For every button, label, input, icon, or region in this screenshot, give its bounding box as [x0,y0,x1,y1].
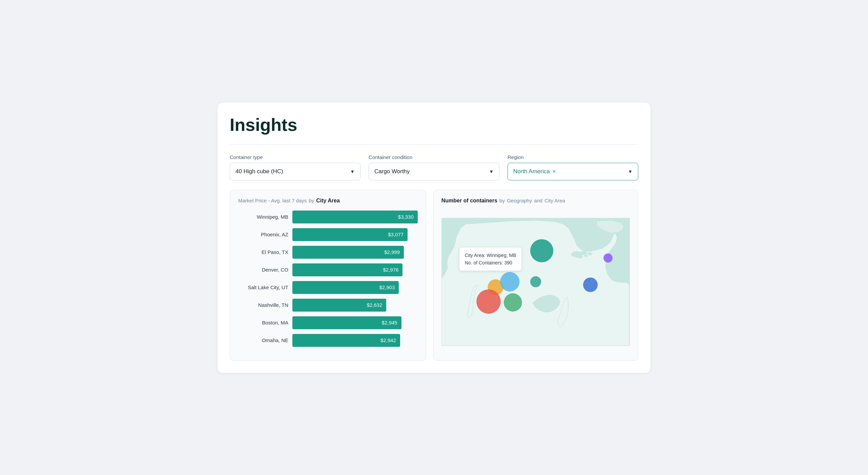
map-chart-card: Number of containers by Geography and Ci… [433,190,638,361]
bar-value: $3,077 [388,232,404,237]
chevron-down-icon: ▼ [628,169,633,174]
chevron-down-icon: ▼ [489,169,494,174]
bar-chart-title-row: Market Price - Avg. last 7 days by City … [238,198,418,204]
bar-fill: $2,945 [292,316,401,329]
bar-value: $2,945 [382,320,397,325]
bar-row: El Paso, TX$2,999 [238,246,418,259]
bar-fill: $2,976 [292,263,402,276]
bar-chart-title-prefix: Market Price - Avg. last 7 days [238,198,307,203]
bar-fill: $3,077 [292,228,408,241]
divider [230,144,638,145]
filter-group-container-type: Container type 40 High cube (HC) ▼ [230,154,360,180]
bar-outer: $2,903 [292,281,418,294]
map-chart-title-row: Number of containers by Geography and Ci… [441,198,630,204]
map-chart-title-prefix: Number of containers [441,198,497,204]
main-card: Insights Container type 40 High cube (HC… [217,102,651,373]
bar-row: Boston, MA$2,945 [238,316,418,329]
bar-city-label: Winnipeg, MB [238,214,288,220]
bar-city-label: Denver, CO [238,267,288,273]
bar-outer: $2,632 [292,299,418,312]
bubble-la [476,289,501,314]
bubble-denver [500,272,519,291]
bar-fill: $2,632 [292,299,386,312]
container-condition-label: Container condition [369,154,499,160]
bar-outer: $3,330 [292,211,418,223]
page-title: Insights [230,115,638,135]
bar-outer: $2,942 [292,334,418,347]
bar-city-label: Phoenix, AZ [238,232,288,237]
bar-value: $2,903 [379,284,395,290]
bar-outer: $2,945 [292,316,418,329]
bar-value: $2,999 [384,249,400,255]
bar-fill: $2,942 [292,334,400,347]
container-condition-value: Cargo Worthy [374,168,410,175]
bar-row: Phoenix, AZ$3,077 [238,228,418,241]
bubble-mideast [530,276,541,287]
bar-value: $2,976 [383,267,398,273]
bar-outer: $3,077 [292,228,418,241]
bar-city-label: Salt Lake City, UT [238,284,288,290]
map-chart-and-label: and [534,198,542,203]
svg-point-5 [584,255,588,257]
map-chart-dim2: City Area [544,198,565,203]
svg-point-3 [587,252,592,255]
bar-city-label: Omaha, NE [238,337,288,343]
bar-fill: $2,999 [292,246,404,259]
close-icon[interactable]: × [553,169,556,175]
region-label: Region [508,154,638,160]
bubble-texas [504,293,522,312]
bar-city-label: El Paso, TX [238,249,288,255]
filter-group-region: Region North America × ▼ [508,154,638,180]
filters-row: Container type 40 High cube (HC) ▼ Conta… [230,154,638,180]
container-type-select[interactable]: 40 High cube (HC) ▼ [230,163,360,180]
region-value: North America [513,168,550,175]
bar-fill: $3,330 [292,211,418,223]
bar-row: Nashville, TN$2,632 [238,299,418,312]
bar-city-label: Boston, MA [238,320,288,325]
bar-chart-card: Market Price - Avg. last 7 days by City … [230,190,426,361]
container-type-value: 40 High cube (HC) [235,168,283,175]
bar-fill: $2,903 [292,281,399,294]
container-condition-select[interactable]: Cargo Worthy ▼ [369,163,499,180]
bar-value: $3,330 [398,214,414,220]
bar-chart-by-label: by [309,198,314,203]
svg-point-2 [580,251,587,255]
map-svg [441,211,630,353]
bar-chart-container: Winnipeg, MB$3,330Phoenix, AZ$3,077El Pa… [238,211,418,347]
map-chart-dim1: Geography [507,198,532,203]
bar-row: Omaha, NE$2,942 [238,334,418,347]
charts-row: Market Price - Avg. last 7 days by City … [230,190,638,361]
bubble-northeast [603,253,613,262]
chevron-down-icon: ▼ [350,169,355,174]
bar-value: $2,632 [367,302,382,308]
bar-chart-dimension-label: City Area [316,198,340,204]
bubble-winnipeg [530,239,553,262]
bar-row: Denver, CO$2,976 [238,263,418,276]
bar-value: $2,942 [380,337,396,343]
bar-row: Salt Lake City, UT$2,903 [238,281,418,294]
bar-row: Winnipeg, MB$3,330 [238,211,418,223]
region-tag: North America × [513,168,556,175]
region-select[interactable]: North America × ▼ [508,163,638,180]
map-area: City Area: Winnipeg, MB No. of Container… [441,211,630,353]
bubble-east-coast [583,277,598,292]
filter-group-container-condition: Container condition Cargo Worthy ▼ [369,154,499,180]
bar-outer: $2,976 [292,263,418,276]
bar-outer: $2,999 [292,246,418,259]
map-chart-by-label: by [499,198,505,203]
bar-city-label: Nashville, TN [238,302,288,308]
container-type-label: Container type [230,154,360,160]
svg-point-4 [577,255,583,258]
